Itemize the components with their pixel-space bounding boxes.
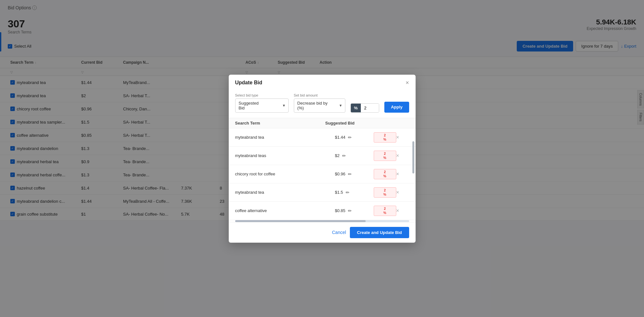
modal-overlay: Update Bid × Select bid type Suggested B… — [0, 0, 644, 317]
edit-bid-icon[interactable]: ✏ — [342, 153, 346, 158]
modal-scroll-progress — [235, 220, 409, 222]
modal-row: myteabrand tea $1.44 ✏ 2% × — [229, 128, 416, 147]
page-background: Bid Options i 307 Search Terms 5.94K-6.1… — [0, 0, 644, 317]
modal-row: myteabrand teas $2 ✏ 2% × — [229, 147, 416, 165]
bid-type-label: Select bid type — [235, 93, 289, 97]
modal-row: myteabrand tea $1.5 ✏ 2% × — [229, 183, 416, 202]
bid-amount-label: Set bid amount — [294, 93, 345, 97]
edit-bid-icon[interactable]: ✏ — [348, 208, 352, 213]
modal-scroll-thumb — [235, 220, 366, 222]
decrease-badge: 2% — [374, 151, 396, 161]
modal-term: myteabrand tea — [235, 190, 335, 195]
bid-type-field: Select bid type Suggested Bid ▾ — [235, 93, 289, 113]
modal-bid-cell: $1.44 ✏ — [335, 135, 374, 140]
modal-term: coffee alternative — [235, 208, 335, 213]
remove-row-button[interactable]: × — [396, 153, 399, 159]
amount-input-wrap: % — [351, 103, 380, 113]
modal-header: Update Bid × — [229, 75, 416, 89]
modal-row: coffee alternative $0.85 ✏ 2% × — [229, 202, 416, 220]
decrease-badge: 2% — [374, 169, 396, 179]
update-bid-modal: Update Bid × Select bid type Suggested B… — [229, 75, 416, 243]
decrease-badge: 2% — [374, 187, 396, 198]
modal-th-remove — [396, 121, 409, 126]
modal-th-bid: Suggested Bid — [325, 121, 377, 126]
edit-bid-icon[interactable]: ✏ — [346, 190, 350, 195]
decrease-badge: 2% — [374, 206, 396, 216]
modal-bid-cell: $1.5 ✏ — [335, 190, 374, 195]
remove-row-button[interactable]: × — [396, 190, 399, 195]
chevron-down-icon: ▾ — [283, 103, 285, 108]
modal-th-decrease — [377, 121, 396, 126]
modal-controls: Select bid type Suggested Bid ▾ Set bid … — [229, 89, 416, 118]
cancel-button[interactable]: Cancel — [332, 230, 346, 235]
bid-amount-type-select[interactable]: Decrease bid by (%) ▾ — [294, 98, 345, 113]
apply-button[interactable]: Apply — [384, 102, 409, 113]
remove-row-button[interactable]: × — [396, 135, 399, 140]
edit-bid-icon[interactable]: ✏ — [348, 135, 352, 140]
remove-row-button[interactable]: × — [396, 171, 399, 177]
modal-table-body: myteabrand tea $1.44 ✏ 2% × myteabrand t… — [229, 128, 416, 220]
modal-bid-cell: $2 ✏ — [335, 153, 374, 158]
decrease-badge: 2% — [374, 132, 396, 143]
modal-term: myteabrand tea — [235, 135, 335, 140]
chevron-down-icon-2: ▾ — [340, 103, 342, 108]
modal-term: myteabrand teas — [235, 153, 335, 158]
amount-prefix: % — [351, 104, 361, 112]
remove-row-button[interactable]: × — [396, 208, 399, 214]
modal-bid-cell: $0.85 ✏ — [335, 208, 374, 213]
modal-term: chicory root for coffee — [235, 172, 335, 176]
modal-scrollbar[interactable] — [412, 141, 414, 173]
modal-row: chicory root for coffee $0.96 ✏ 2% × — [229, 165, 416, 183]
modal-title: Update Bid — [235, 80, 262, 86]
bid-amount-type-value: Decrease bid by (%) — [297, 101, 333, 110]
modal-close-button[interactable]: × — [406, 80, 409, 86]
modal-th-term: Search Term — [235, 121, 325, 126]
bid-amount-field: Set bid amount Decrease bid by (%) ▾ — [294, 93, 345, 113]
bid-type-select[interactable]: Suggested Bid ▾ — [235, 98, 289, 113]
modal-table-header: Search Term Suggested Bid — [229, 118, 416, 128]
bid-type-value: Suggested Bid — [239, 101, 264, 110]
edit-bid-icon[interactable]: ✏ — [348, 172, 352, 177]
amount-input[interactable] — [361, 104, 379, 112]
create-update-bid-confirm-button[interactable]: Create and Update Bid — [350, 227, 409, 238]
modal-bid-cell: $0.96 ✏ — [335, 172, 374, 177]
modal-footer: Cancel Create and Update Bid — [229, 222, 416, 243]
